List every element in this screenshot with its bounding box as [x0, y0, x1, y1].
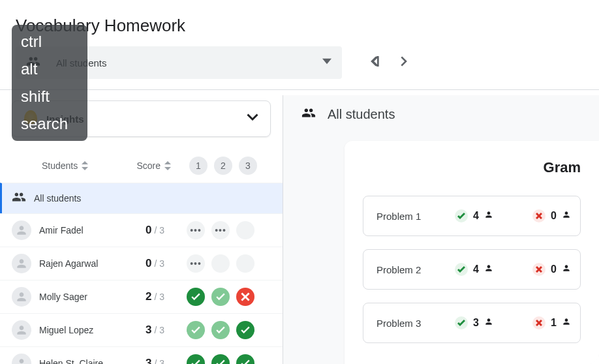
x-icon — [532, 316, 545, 329]
person-icon — [562, 210, 571, 222]
avatar — [12, 254, 31, 273]
problem-card[interactable]: Problem 140 — [363, 196, 581, 236]
problem-card[interactable]: Problem 240 — [363, 249, 581, 290]
next-student-button[interactable] — [398, 56, 408, 69]
problem-pill[interactable]: 3 — [239, 157, 257, 175]
panel-title: Gram — [363, 159, 581, 176]
status-correct-icon — [236, 321, 254, 339]
student-row[interactable]: Helen St. Claire3 / 3 — [0, 346, 283, 364]
sort-icon — [82, 161, 88, 170]
student-name: Molly Sager — [39, 292, 117, 302]
all-students-row[interactable]: All students — [0, 183, 283, 213]
column-score[interactable]: Score — [125, 160, 171, 171]
status-dots-icon: ••• — [187, 254, 205, 273]
status-blank-icon — [236, 254, 254, 273]
student-row[interactable]: Miguel Lopez3 / 3 — [0, 313, 283, 346]
person-icon — [484, 210, 493, 222]
stat-correct: 4 — [455, 209, 493, 222]
row-label: All students — [34, 193, 112, 204]
status-correct-icon — [211, 354, 230, 364]
problem-card[interactable]: Problem 331 — [363, 303, 581, 343]
overlay-key: search — [21, 115, 68, 133]
status-blank-icon — [236, 221, 254, 239]
problem-label: Problem 3 — [376, 318, 435, 329]
status-correct-icon — [236, 354, 254, 364]
people-icon — [12, 190, 26, 207]
check-icon — [455, 263, 468, 276]
people-icon — [301, 106, 316, 123]
status-wrong-icon — [236, 288, 254, 306]
overlay-key: alt — [21, 60, 68, 78]
student-name: Helen St. Claire — [39, 358, 117, 364]
overlay-key: ctrl — [21, 33, 68, 51]
avatar — [12, 354, 31, 364]
student-name: Amir Fadel — [39, 225, 117, 235]
person-icon — [484, 264, 493, 275]
problem-label: Problem 2 — [376, 264, 435, 275]
status-correct-icon — [187, 354, 205, 364]
student-row[interactable]: Molly Sager2 / 3 — [0, 280, 283, 313]
person-icon — [562, 264, 571, 275]
overlay-key: shift — [21, 87, 68, 106]
status-correct-light-icon — [187, 321, 205, 339]
column-students[interactable]: Students — [42, 160, 120, 171]
status-correct-icon — [187, 288, 205, 306]
student-name: Rajen Agarwal — [39, 258, 117, 269]
student-score: 0 / 3 — [125, 257, 164, 270]
status-correct-light-icon — [211, 321, 230, 339]
x-icon — [532, 209, 545, 222]
person-icon — [484, 317, 493, 329]
student-row[interactable]: Amir Fadel0 / 3•••••• — [0, 213, 283, 247]
x-icon — [532, 263, 545, 276]
check-icon — [455, 209, 468, 222]
student-score: 3 / 3 — [125, 324, 164, 337]
check-icon — [455, 316, 468, 329]
student-score: 0 / 3 — [125, 224, 164, 237]
stat-wrong: 0 — [532, 263, 571, 276]
problem-label: Problem 1 — [376, 211, 435, 222]
student-score: 2 / 3 — [125, 290, 164, 303]
avatar — [12, 287, 31, 307]
student-row[interactable]: Rajen Agarwal0 / 3••• — [0, 247, 283, 280]
caret-down-icon — [322, 57, 331, 68]
problem-pill[interactable]: 1 — [189, 157, 207, 175]
stat-wrong: 0 — [532, 209, 571, 222]
status-blank-icon — [211, 254, 230, 273]
student-score: 3 / 3 — [125, 357, 164, 364]
chevron-down-icon — [247, 112, 258, 126]
sort-icon — [164, 161, 171, 170]
right-header-label: All students — [328, 107, 395, 122]
avatar — [12, 320, 31, 340]
page-title: Vocabulary Homework — [0, 0, 599, 46]
status-correct-light-icon — [211, 288, 230, 306]
divider — [0, 89, 599, 90]
person-icon — [562, 317, 571, 329]
status-dots-icon: ••• — [187, 221, 205, 239]
prev-student-button[interactable] — [369, 56, 380, 69]
keyboard-overlay: ctrlaltshiftsearch — [12, 25, 87, 141]
status-dots-icon: ••• — [211, 221, 230, 239]
stat-correct: 3 — [455, 316, 493, 329]
stat-correct: 4 — [455, 263, 493, 276]
stat-wrong: 1 — [532, 316, 571, 329]
student-name: Miguel Lopez — [39, 325, 117, 335]
avatar — [12, 220, 31, 240]
problem-pill[interactable]: 2 — [214, 157, 232, 175]
